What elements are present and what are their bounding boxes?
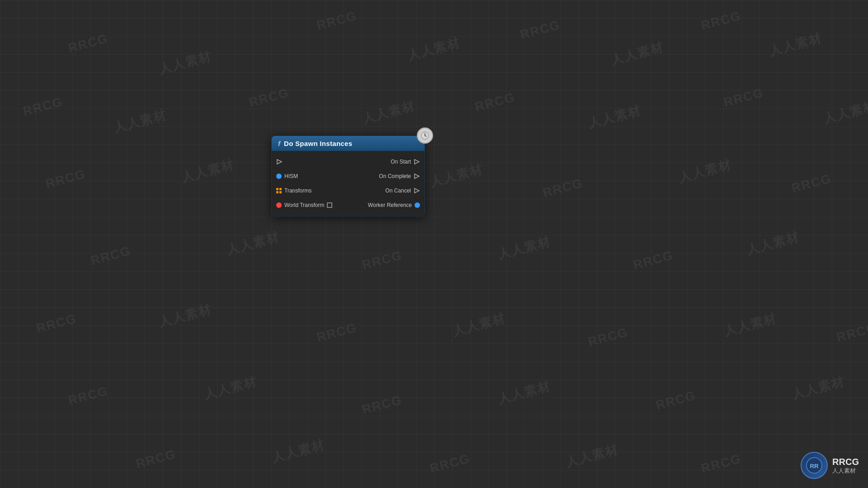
node-card: f Do Spawn Instances HISM <box>271 136 425 216</box>
node-right-pins: On Start On Complete <box>348 154 425 213</box>
on-start-label: On Start <box>391 159 411 165</box>
logo-text-block: RRCG 人人素材 <box>832 456 859 474</box>
clock-badge <box>417 127 433 144</box>
node-function-icon: f <box>278 140 280 147</box>
on-start-exec-icon <box>414 159 420 165</box>
world-transform-pin-icon <box>276 202 282 208</box>
hism-pin[interactable]: HISM <box>272 170 348 183</box>
node-left-pins: HISM Transforms World Transform <box>272 154 348 213</box>
logo-badge: RR RRCG 人人素材 <box>801 452 859 479</box>
logo-rrcg-text: RRCG <box>832 456 859 467</box>
node-header: f Do Spawn Instances <box>272 136 425 151</box>
blueprint-node[interactable]: f Do Spawn Instances HISM <box>271 136 425 216</box>
svg-marker-5 <box>415 174 419 178</box>
exec-input-pin[interactable] <box>272 155 348 168</box>
node-body: HISM Transforms World Transform <box>272 151 425 216</box>
grid-background <box>0 0 868 488</box>
on-complete-pin[interactable]: On Complete <box>374 170 425 183</box>
worker-reference-label: Worker Reference <box>368 202 412 208</box>
svg-marker-4 <box>415 160 419 164</box>
on-start-pin[interactable]: On Start <box>386 155 425 168</box>
transforms-label: Transforms <box>284 188 311 194</box>
transforms-pin-icon <box>276 188 282 193</box>
transforms-pin[interactable]: Transforms <box>272 184 348 197</box>
worker-reference-pin-icon <box>415 202 420 208</box>
exec-pin-icon <box>276 159 283 165</box>
on-cancel-label: On Cancel <box>385 188 411 194</box>
svg-marker-6 <box>415 188 419 193</box>
node-title: Do Spawn Instances <box>284 140 352 147</box>
on-complete-label: On Complete <box>379 173 411 179</box>
world-transform-label: World Transform <box>284 202 324 208</box>
logo-circle: RR <box>801 452 828 479</box>
hism-pin-icon <box>276 174 282 179</box>
svg-marker-3 <box>277 160 282 164</box>
world-transform-pin[interactable]: World Transform <box>272 199 348 211</box>
on-cancel-exec-icon <box>414 188 420 194</box>
on-complete-exec-icon <box>414 173 420 179</box>
hism-label: HISM <box>284 173 298 179</box>
world-transform-checkbox[interactable] <box>327 202 332 208</box>
on-cancel-pin[interactable]: On Cancel <box>381 184 425 197</box>
logo-sub-text: 人人素材 <box>832 467 859 474</box>
svg-text:RR: RR <box>810 463 819 469</box>
worker-reference-pin[interactable]: Worker Reference <box>363 199 425 211</box>
